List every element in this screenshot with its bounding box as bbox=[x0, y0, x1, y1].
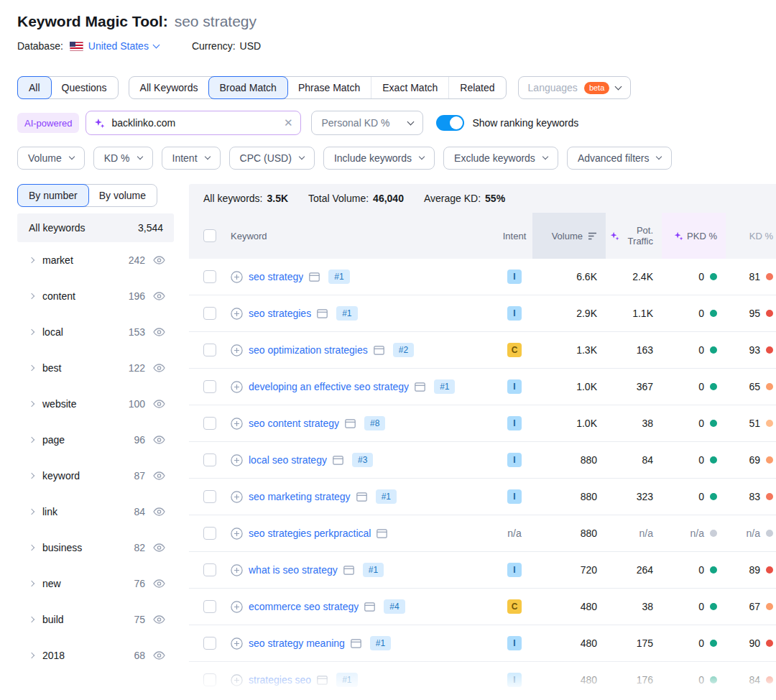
serp-preview-icon[interactable] bbox=[333, 456, 343, 465]
tab-by-number[interactable]: By number bbox=[17, 184, 89, 207]
filter-dropdown[interactable]: Include keywords bbox=[323, 147, 435, 170]
add-to-list-icon[interactable] bbox=[231, 674, 243, 686]
eye-icon[interactable] bbox=[153, 471, 165, 480]
eye-icon[interactable] bbox=[153, 615, 165, 624]
add-to-list-icon[interactable] bbox=[231, 381, 243, 393]
keyword-group-item[interactable]: link 84 bbox=[17, 494, 174, 530]
expand-chevron-icon[interactable] bbox=[29, 510, 34, 514]
select-all-checkbox[interactable] bbox=[203, 229, 216, 242]
row-checkbox[interactable] bbox=[203, 417, 216, 430]
serp-preview-icon[interactable] bbox=[309, 272, 320, 282]
add-to-list-icon[interactable] bbox=[231, 528, 243, 540]
add-to-list-icon[interactable] bbox=[231, 491, 243, 503]
serp-preview-icon[interactable] bbox=[317, 309, 328, 318]
keyword-link[interactable]: seo strategy meaning bbox=[249, 637, 345, 649]
serp-preview-icon[interactable] bbox=[351, 639, 361, 648]
tab-all-keywords[interactable]: All Keywords bbox=[129, 77, 209, 98]
keyword-link[interactable]: seo strategies perkpractical bbox=[249, 528, 371, 539]
expand-chevron-icon[interactable] bbox=[29, 653, 34, 658]
keyword-link[interactable]: developing an effective seo strategy bbox=[249, 381, 409, 392]
tab-related[interactable]: Related bbox=[448, 77, 505, 98]
row-checkbox[interactable] bbox=[203, 600, 216, 613]
show-ranking-toggle[interactable] bbox=[436, 115, 464, 131]
filter-dropdown[interactable]: Intent bbox=[162, 147, 221, 170]
row-checkbox[interactable] bbox=[203, 563, 216, 576]
row-checkbox[interactable] bbox=[203, 270, 216, 283]
expand-chevron-icon[interactable] bbox=[29, 545, 34, 550]
keyword-link[interactable]: local seo strategy bbox=[249, 454, 327, 466]
eye-icon[interactable] bbox=[153, 292, 165, 300]
row-checkbox[interactable] bbox=[203, 637, 216, 650]
filter-dropdown[interactable]: KD % bbox=[93, 147, 153, 170]
expand-chevron-icon[interactable] bbox=[29, 294, 34, 298]
tab-all[interactable]: All bbox=[17, 76, 52, 99]
serp-preview-icon[interactable] bbox=[356, 492, 367, 502]
serp-preview-icon[interactable] bbox=[345, 419, 356, 428]
add-to-list-icon[interactable] bbox=[231, 637, 243, 650]
add-to-list-icon[interactable] bbox=[231, 344, 243, 356]
languages-dropdown[interactable]: Languages beta bbox=[518, 76, 632, 99]
expand-chevron-icon[interactable] bbox=[29, 258, 34, 262]
eye-icon[interactable] bbox=[153, 651, 165, 660]
keyword-link[interactable]: ecommerce seo strategy bbox=[249, 601, 359, 612]
keyword-group-item[interactable]: business 82 bbox=[17, 530, 174, 566]
filter-dropdown[interactable]: Volume bbox=[17, 147, 85, 170]
add-to-list-icon[interactable] bbox=[231, 418, 243, 430]
filter-dropdown[interactable]: CPC (USD) bbox=[229, 147, 315, 170]
row-checkbox[interactable] bbox=[203, 453, 216, 466]
expand-chevron-icon[interactable] bbox=[29, 330, 34, 334]
keyword-group-item[interactable]: 2018 68 bbox=[17, 637, 174, 673]
expand-chevron-icon[interactable] bbox=[29, 617, 34, 622]
column-header-volume[interactable]: Volume bbox=[532, 213, 606, 259]
row-checkbox[interactable] bbox=[203, 673, 216, 686]
eye-icon[interactable] bbox=[153, 579, 165, 588]
keyword-group-item[interactable]: market 242 bbox=[17, 242, 174, 278]
tab-exact-match[interactable]: Exact Match bbox=[371, 77, 448, 98]
domain-input[interactable] bbox=[111, 117, 277, 129]
serp-preview-icon[interactable] bbox=[343, 566, 354, 575]
filter-dropdown[interactable]: Advanced filters bbox=[567, 147, 673, 170]
add-to-list-icon[interactable] bbox=[231, 454, 243, 466]
serp-preview-icon[interactable] bbox=[374, 346, 384, 355]
tab-by-volume[interactable]: By volume bbox=[88, 185, 157, 206]
keyword-link[interactable]: seo content strategy bbox=[249, 418, 339, 429]
column-header-pkd[interactable]: PKD % bbox=[662, 213, 726, 259]
eye-icon[interactable] bbox=[153, 436, 165, 444]
database-selector[interactable]: United States bbox=[88, 40, 159, 52]
eye-icon[interactable] bbox=[153, 400, 165, 408]
eye-icon[interactable] bbox=[153, 328, 165, 336]
add-to-list-icon[interactable] bbox=[231, 271, 243, 283]
tab-broad-match[interactable]: Broad Match bbox=[208, 76, 288, 99]
personal-kd-dropdown[interactable]: Personal KD % bbox=[311, 111, 423, 135]
row-checkbox[interactable] bbox=[203, 344, 216, 356]
eye-icon[interactable] bbox=[153, 507, 165, 516]
add-to-list-icon[interactable] bbox=[231, 601, 243, 613]
row-checkbox[interactable] bbox=[203, 527, 216, 540]
tab-questions[interactable]: Questions bbox=[51, 77, 118, 98]
keyword-link[interactable]: seo optimization strategies bbox=[249, 344, 368, 356]
keyword-group-item[interactable]: best 122 bbox=[17, 350, 174, 386]
keyword-link[interactable]: seo strategies bbox=[249, 308, 311, 319]
clear-input-icon[interactable]: ✕ bbox=[284, 116, 293, 129]
row-checkbox[interactable] bbox=[203, 307, 216, 320]
expand-chevron-icon[interactable] bbox=[29, 581, 34, 586]
column-header-pot-traffic[interactable]: Pot. Traffic bbox=[606, 213, 662, 259]
keyword-group-item[interactable]: content 196 bbox=[17, 278, 174, 314]
expand-chevron-icon[interactable] bbox=[29, 366, 34, 370]
keyword-group-item[interactable]: local 153 bbox=[17, 314, 174, 350]
serp-preview-icon[interactable] bbox=[377, 529, 387, 538]
eye-icon[interactable] bbox=[153, 256, 165, 264]
expand-chevron-icon[interactable] bbox=[29, 474, 34, 478]
tab-phrase-match[interactable]: Phrase Match bbox=[287, 77, 371, 98]
keyword-link[interactable]: seo marketing strategy bbox=[249, 491, 351, 502]
serp-preview-icon[interactable] bbox=[317, 676, 328, 685]
expand-chevron-icon[interactable] bbox=[29, 402, 34, 406]
expand-chevron-icon[interactable] bbox=[29, 438, 34, 442]
keyword-link[interactable]: what is seo strategy bbox=[249, 564, 338, 576]
serp-preview-icon[interactable] bbox=[364, 602, 375, 612]
add-to-list-icon[interactable] bbox=[231, 564, 243, 576]
row-checkbox[interactable] bbox=[203, 490, 216, 503]
keyword-link[interactable]: strategies seo bbox=[249, 674, 311, 686]
all-keywords-group[interactable]: All keywords 3,544 bbox=[17, 213, 174, 242]
keyword-group-item[interactable]: build 75 bbox=[17, 602, 174, 637]
